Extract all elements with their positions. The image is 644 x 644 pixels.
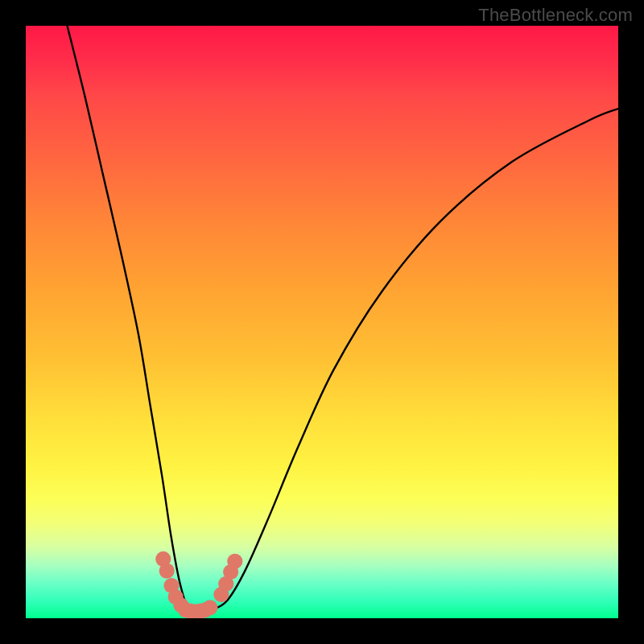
watermark-text: TheBottleneck.com <box>478 5 633 26</box>
bottleneck-curve <box>68 26 618 612</box>
plot-area <box>26 26 618 618</box>
curve-marker <box>227 554 242 569</box>
curve-svg <box>26 26 618 618</box>
curve-marker <box>159 564 175 579</box>
marker-group <box>155 551 242 618</box>
curve-marker <box>202 600 217 615</box>
chart-frame: TheBottleneck.com <box>0 0 644 644</box>
